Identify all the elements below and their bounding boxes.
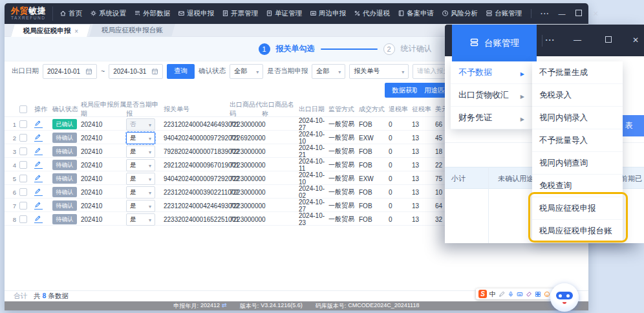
ledger-menu-button[interactable]: 台账管理 xyxy=(452,25,537,61)
date-from-input[interactable]: 2024-10-01 15 xyxy=(43,64,97,79)
row-checkbox[interactable] xyxy=(19,175,27,182)
status-version: 版本号: V3.24.1216(5.6) xyxy=(240,302,303,310)
ime-language-mode[interactable]: 中 xyxy=(489,290,496,299)
period-cell: 202410 xyxy=(81,202,126,210)
nav-item-external-data[interactable]: 外部数据 xyxy=(130,3,174,24)
current-period-row-select[interactable]: 是 xyxy=(126,173,155,185)
nav-item-document[interactable]: 单证管理 xyxy=(262,3,306,24)
current-period-row-select[interactable]: 是 xyxy=(126,159,155,171)
edit-pencil-icon[interactable] xyxy=(34,215,43,223)
search-button[interactable]: 查询 xyxy=(167,64,195,79)
row-checkbox[interactable] xyxy=(19,120,27,128)
robot-eye xyxy=(566,294,570,297)
current-period-row-select[interactable]: 否 xyxy=(126,118,155,131)
nav-item-ledger[interactable]: 台账管理 xyxy=(482,3,526,24)
nav-item-book[interactable]: 备案申请 xyxy=(394,3,438,24)
select-all-checkbox[interactable] xyxy=(19,105,27,113)
close-button[interactable] xyxy=(587,3,604,24)
invoice-icon xyxy=(222,10,229,18)
nav-item-percent[interactable]: 代办退税 xyxy=(350,3,394,24)
row-number: 2 xyxy=(11,135,16,142)
row-checkbox[interactable] xyxy=(19,202,27,210)
edit-pencil-icon[interactable] xyxy=(34,188,43,196)
minimize-button[interactable] xyxy=(553,3,570,24)
nav-item-mail[interactable]: 周边申报 xyxy=(306,3,350,24)
mic-icon[interactable] xyxy=(508,291,514,297)
maximize-button[interactable] xyxy=(600,25,617,56)
submenu-item[interactable]: 视同内销查询 xyxy=(532,152,623,175)
edit-pencil-icon[interactable] xyxy=(34,133,43,142)
row-checkbox[interactable] xyxy=(19,134,27,142)
book-icon xyxy=(398,10,405,18)
row-checkbox[interactable] xyxy=(19,188,27,196)
toolbox-icon[interactable] xyxy=(526,291,532,297)
keyboard-icon[interactable] xyxy=(517,291,523,297)
edit-pencil-icon[interactable] xyxy=(34,160,43,169)
smiley-icon[interactable] xyxy=(544,291,550,297)
current-period-row-select[interactable]: 是 xyxy=(126,186,155,199)
submenu-item[interactable]: 不予批量导入 xyxy=(532,129,623,152)
pen-icon[interactable] xyxy=(499,291,505,297)
current-period-row-select[interactable]: 是 xyxy=(126,146,155,158)
period-cell: 202410 xyxy=(81,162,126,169)
maximize-button[interactable] xyxy=(570,3,587,24)
step-2-circle: 2 xyxy=(383,43,395,55)
edit-pencil-icon[interactable] xyxy=(34,147,43,155)
edit-pencil-icon[interactable] xyxy=(34,120,43,128)
current-period-select[interactable]: 全部 xyxy=(312,64,345,79)
version-label: 版本号: xyxy=(240,302,259,310)
submenu-item[interactable]: 税局应征税申报台账 xyxy=(532,220,623,243)
nav-item-label: 首页 xyxy=(69,9,82,18)
minimize-button[interactable] xyxy=(569,25,586,56)
close-button[interactable] xyxy=(627,25,644,56)
declaration-no-cell: 223320240001652251001 xyxy=(164,216,230,223)
supervision-cell: 一般贸易 xyxy=(328,201,359,210)
tab-close-icon[interactable] xyxy=(74,27,78,34)
column-header: 成交方式 xyxy=(359,105,389,114)
menu-item[interactable]: 财务凭证 xyxy=(451,107,532,129)
nav-item-home[interactable]: 首页 xyxy=(56,3,86,24)
refund-rate-cell: 0 xyxy=(389,162,412,169)
row-checkbox[interactable] xyxy=(19,215,27,223)
current-period-row-select[interactable]: 是 xyxy=(126,132,155,144)
main-titlebar: 外贸敏捷 TAXREFUND 首页系统设置外部数据退税申报开票管理单证管理周边申… xyxy=(5,3,588,24)
sogou-logo[interactable]: S xyxy=(478,290,487,298)
more-menu-button[interactable] xyxy=(537,3,553,24)
confirm-status-select[interactable]: 全部 xyxy=(230,64,263,79)
nav-item-tax-refund[interactable]: 退税申报 xyxy=(174,3,218,24)
submenu-item[interactable]: 免税录入 xyxy=(532,84,623,107)
declaration-type-select[interactable]: 报关单号 xyxy=(349,64,409,79)
submenu-item[interactable]: 免税查询 xyxy=(532,175,623,197)
row-checkbox[interactable] xyxy=(19,147,27,155)
codebase-label: 码库版本号: xyxy=(316,302,347,310)
more-menu-button[interactable] xyxy=(542,25,559,56)
swap-icon[interactable] xyxy=(222,302,227,310)
menu-item[interactable]: 不予数据 xyxy=(451,61,532,84)
clock-icon xyxy=(442,10,449,18)
edit-pencil-icon[interactable] xyxy=(34,174,43,182)
submenu-item[interactable]: 视同内销录入 xyxy=(532,107,623,129)
menu-item[interactable]: 出口货物收汇 xyxy=(451,84,532,107)
nav-item-clock[interactable]: 风险分析 xyxy=(438,3,482,24)
tax-rate-cell: 13 xyxy=(412,148,435,155)
submenu-item[interactable]: 不予批量生成 xyxy=(532,61,623,84)
submenu-item[interactable]: 税局应征税申报 xyxy=(532,197,623,220)
date-to-input[interactable]: 2024-10-31 15 xyxy=(109,64,163,79)
grid-icon[interactable] xyxy=(535,291,541,297)
current-period-row-select[interactable]: 是 xyxy=(126,200,155,212)
tab-tax-declaration[interactable]: 税局应征税申报 xyxy=(10,24,91,37)
nav-item-invoice[interactable]: 开票管理 xyxy=(218,3,262,24)
tab-tax-declaration-ledger[interactable]: 税局应征税申报台账 xyxy=(89,24,175,37)
mail-icon xyxy=(310,10,317,18)
tab-label: 税局应征税申报台账 xyxy=(102,26,163,35)
declaration-no-cell: 792820240000071839002 xyxy=(164,148,230,155)
menu-item-label: 出口货物收汇 xyxy=(458,89,509,101)
edit-pencil-icon[interactable] xyxy=(34,201,43,210)
row-checkbox[interactable] xyxy=(19,161,27,169)
assistant-robot-icon[interactable] xyxy=(550,283,579,312)
current-period-row-select[interactable]: 是 xyxy=(126,213,155,226)
report-button-fragment[interactable]: 表 xyxy=(622,115,644,136)
confirm-status-value: 全部 xyxy=(234,67,247,76)
step-1-circle: 1 xyxy=(259,43,270,55)
nav-item-gear[interactable]: 系统设置 xyxy=(86,3,130,24)
